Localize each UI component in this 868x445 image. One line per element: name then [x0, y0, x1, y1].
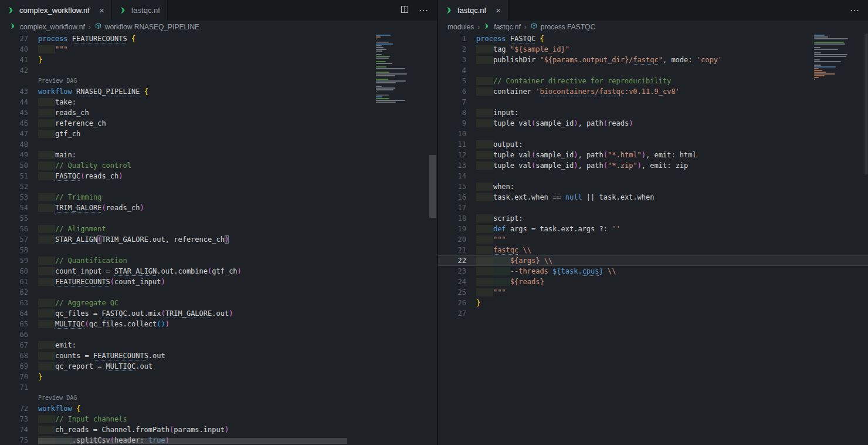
code-line[interactable]: 70} [0, 372, 437, 382]
code-line[interactable]: 46 reference_ch [0, 118, 437, 129]
code-line[interactable]: 54 TRIM_GALORE(reads_ch) [0, 203, 437, 213]
horizontal-scrollbar[interactable] [38, 438, 347, 444]
code-line[interactable]: 56 // Alignment [0, 224, 437, 234]
code-line[interactable]: 17 [438, 203, 868, 213]
code-line[interactable]: 15 when: [438, 181, 868, 192]
code-line[interactable]: 41} [0, 55, 437, 65]
code-line[interactable]: 6 container 'biocontainers/fastqc:v0.11.… [438, 86, 868, 97]
code-token: FASTQC [101, 309, 127, 318]
code-line[interactable]: 14 [438, 171, 868, 181]
code-line[interactable]: 55 [0, 213, 437, 224]
code-line[interactable]: 21 fastqc \\ [438, 245, 868, 255]
code-line[interactable]: 74 ch_reads = Channel.fromPath(params.in… [0, 424, 437, 435]
code-line[interactable]: 9 tuple val(sample_id), path(reads) [438, 118, 868, 129]
code-line[interactable]: 72workflow { [0, 403, 437, 414]
code-line[interactable]: 42 [0, 65, 437, 76]
code-token [38, 204, 55, 212]
code-line[interactable]: 16 task.ext.when == null || task.ext.whe… [438, 192, 868, 203]
code-line[interactable]: 48 [0, 139, 437, 150]
close-tab-icon[interactable]: × [99, 6, 104, 15]
code-line[interactable]: 68 counts = FEATURECOUNTS.out [0, 350, 437, 361]
code-line[interactable]: 51 FASTQC(reads_ch) [0, 171, 437, 181]
codelens-preview-dag[interactable]: Preview DAG [38, 393, 77, 403]
code-line[interactable]: 24 ${reads} [438, 277, 868, 287]
code-line[interactable]: 12 tuple val(sample_id), path("*.html"),… [438, 150, 868, 160]
code-line[interactable]: 43workflow RNASEQ_PIPELINE { [0, 86, 437, 97]
code-line[interactable]: 45 reads_ch [0, 107, 437, 118]
line-number: 17 [438, 203, 466, 213]
code-token [476, 267, 493, 275]
codelens-row[interactable]: Preview DAG [0, 76, 437, 86]
code-line[interactable]: 44 take: [0, 97, 437, 107]
breadcrumb-file[interactable]: fastqc.nf [483, 22, 520, 32]
code-line[interactable]: 11 output: [438, 139, 868, 150]
code-line[interactable]: 53 // Trimming [0, 192, 437, 203]
code-line[interactable]: 10 [438, 129, 868, 139]
code-line[interactable]: 40 """ [0, 44, 437, 55]
code-line[interactable]: 63 // Aggregate QC [0, 298, 437, 308]
line-number [0, 76, 28, 86]
code-line[interactable]: 22 ${args} \\ [438, 255, 868, 266]
code-line[interactable]: 69 qc_report = MULTIQC.out [0, 361, 437, 372]
code-line[interactable]: 73 // Input channels [0, 414, 437, 424]
code-line[interactable]: 66 [0, 329, 437, 340]
scrollbar-thumb[interactable] [429, 155, 436, 218]
vertical-scrollbar[interactable] [864, 33, 868, 174]
code-line[interactable]: 49 main: [0, 150, 437, 160]
minimap[interactable] [376, 35, 429, 103]
code-token: ) [165, 320, 169, 328]
split-editor-icon[interactable] [400, 5, 409, 16]
breadcrumb-file[interactable]: complex_workflow.nf [9, 22, 85, 32]
code-line[interactable]: 18 script: [438, 213, 868, 224]
left-editor[interactable]: 27process FEATURECOUNTS {40 """41}42Prev… [0, 33, 437, 445]
code-line[interactable]: 59 // Quantification [0, 255, 437, 266]
more-actions-icon[interactable]: ⋯ [419, 5, 429, 16]
codelens-row[interactable]: Preview DAG [0, 393, 437, 403]
code-line[interactable]: 4 [438, 65, 868, 76]
code-line[interactable]: 62 [0, 287, 437, 298]
code-line[interactable]: 20 """ [438, 234, 868, 245]
code-token [68, 35, 72, 43]
right-editor[interactable]: 1process FASTQC {2 tag "${sample_id}"3 p… [438, 33, 868, 445]
code-line[interactable]: 47 gtf_ch [0, 129, 437, 139]
code-line[interactable]: 2 tag "${sample_id}" [438, 44, 868, 55]
code-line[interactable]: 27 [438, 308, 868, 319]
code-line[interactable]: 7 [438, 97, 868, 107]
code-line[interactable]: 25 """ [438, 287, 868, 298]
code-line[interactable]: 65 MULTIQC(qc_files.collect()) [0, 319, 437, 329]
code-line[interactable]: 27process FEATURECOUNTS { [0, 33, 437, 44]
code-token: output: [493, 140, 523, 149]
vertical-scrollbar[interactable] [429, 33, 437, 445]
code-line[interactable]: 26} [438, 298, 868, 308]
minimap[interactable] [814, 35, 850, 82]
code-line[interactable]: 64 qc_files = FASTQC.out.mix(TRIM_GALORE… [0, 308, 437, 319]
code-line[interactable]: 57 STAR_ALIGN(TRIM_GALORE.out, reference… [0, 234, 437, 245]
code-line[interactable]: 71 [0, 382, 437, 393]
tab-complex-workflow[interactable]: complex_workflow.nf × [0, 0, 112, 21]
code-line[interactable]: 67 emit: [0, 340, 437, 350]
close-tab-icon[interactable]: × [496, 6, 501, 15]
line-number: 43 [0, 86, 28, 97]
breadcrumb-symbol[interactable]: process FASTQC [530, 22, 595, 32]
breadcrumb-symbol[interactable]: workflow RNASEQ_PIPELINE [94, 22, 199, 32]
code-line[interactable]: 23 --threads ${task.cpus} \\ [438, 266, 868, 277]
tab-fastqc-right[interactable]: fastqc.nf × [438, 0, 508, 21]
code-line[interactable]: 13 tuple val(sample_id), path("*.zip"), … [438, 160, 868, 171]
code-line[interactable]: 60 count_input = STAR_ALIGN.out.combine(… [0, 266, 437, 277]
code-line[interactable]: 58 [0, 245, 437, 255]
minimap-line [376, 63, 392, 64]
code-line[interactable]: 19 def args = task.ext.args ?: '' [438, 224, 868, 234]
breadcrumb-folder[interactable]: modules [447, 23, 474, 31]
code-line[interactable]: 1process FASTQC { [438, 33, 868, 44]
code-token [476, 140, 493, 149]
code-line[interactable]: 8 input: [438, 107, 868, 118]
line-number: 11 [438, 139, 466, 150]
code-line[interactable]: 5 // Container directive for reproducibi… [438, 76, 868, 86]
more-actions-icon[interactable]: ⋯ [850, 5, 860, 16]
code-line[interactable]: 52 [0, 181, 437, 192]
code-line[interactable]: 61 FEATURECOUNTS(count_input) [0, 277, 437, 287]
codelens-preview-dag[interactable]: Preview DAG [38, 76, 77, 86]
tab-fastqc-left[interactable]: fastqc.nf [112, 0, 168, 21]
code-line[interactable]: 50 // Quality control [0, 160, 437, 171]
code-line[interactable]: 3 publishDir "${params.output_dir}/fastq… [438, 55, 868, 65]
